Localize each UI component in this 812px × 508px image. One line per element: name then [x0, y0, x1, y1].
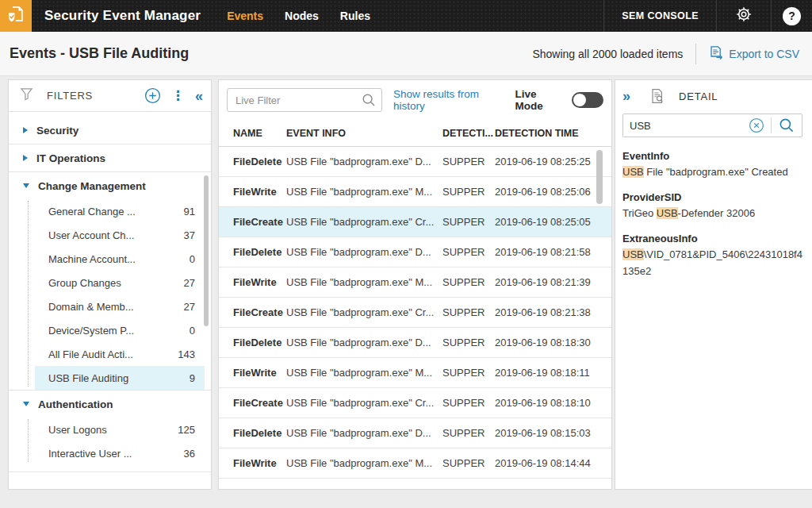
filter-item[interactable]: Domain & Memb... 27 — [35, 294, 205, 318]
cell-detection-time: 2019-06-19 08:25:05 — [495, 216, 611, 228]
filter-item[interactable]: USB File Auditing 9 — [35, 366, 205, 390]
filters-scrollbar[interactable] — [204, 175, 209, 326]
cell-detection-time: 2019-06-19 08:18:30 — [495, 337, 611, 348]
column-header-name[interactable]: NAME — [233, 128, 286, 139]
filter-item[interactable]: All File Audit Acti... 143 — [35, 342, 205, 366]
cell-event-info: USB File "badprogram.exe" D... — [286, 427, 442, 439]
add-filter-button[interactable] — [144, 87, 161, 104]
filter-item[interactable]: General Change ... 91 — [35, 199, 205, 223]
clear-circle-icon — [749, 117, 764, 133]
table-row[interactable]: FileDelete USB File "badprogram.exe" D..… — [219, 237, 611, 267]
live-filter-input[interactable] — [227, 88, 382, 112]
help-icon: ? — [783, 7, 801, 25]
filter-group-header[interactable]: Change Management — [9, 172, 211, 199]
table-row[interactable]: FileCreate USB File "badprogram.exe" Cr.… — [219, 207, 611, 237]
sem-console-button[interactable]: SEM CONSOLE — [603, 0, 717, 32]
detail-field: EventInfo USB File "badprogram.exe" Crea… — [622, 150, 804, 180]
cell-detection-time: 2019-06-19 08:18:11 — [495, 367, 611, 379]
filter-group-header[interactable]: Security — [9, 117, 211, 144]
table-row[interactable]: FileCreate USB File "badprogram.exe" Cr.… — [219, 298, 611, 328]
search-highlight: USB — [622, 248, 644, 260]
value-text: TriGeo — [622, 207, 657, 219]
tree-divider — [9, 471, 211, 472]
value-text: File "badprogram.exe" Created — [644, 166, 788, 178]
expand-panel-icon[interactable]: » — [622, 89, 630, 103]
table-row[interactable]: FileWrite USB File "badprogram.exe" M...… — [219, 448, 611, 479]
filter-group-header[interactable]: Authentication — [9, 391, 211, 418]
nav-tab-nodes[interactable]: Nodes — [285, 10, 319, 22]
filter-item-count: 27 — [184, 301, 195, 313]
detail-search-button[interactable] — [772, 117, 802, 133]
column-header-detection-time[interactable]: DETECTION TIME — [495, 128, 611, 139]
detail-panel-header: » DETAIL — [615, 80, 812, 112]
filter-item[interactable]: Device/System P... 0 — [35, 318, 205, 342]
filter-item[interactable]: User Account Ch... 37 — [35, 223, 205, 247]
help-button[interactable]: ? — [772, 0, 812, 32]
table-row[interactable]: FileDelete USB File "badprogram.exe" D..… — [219, 418, 611, 448]
app-logo[interactable] — [0, 0, 32, 32]
detail-field-label: ExtraneousInfo — [622, 233, 804, 244]
live-mode-toggle[interactable] — [572, 92, 603, 108]
cell-detection-time: 2019-06-19 08:14:44 — [495, 457, 611, 469]
kebab-menu-icon[interactable]: ⋮ — [171, 89, 185, 102]
table-row[interactable]: FileWrite USB File "badprogram.exe" M...… — [219, 267, 611, 298]
cell-event-info: USB File "badprogram.exe" M... — [286, 457, 442, 469]
filter-item[interactable]: User Logons 125 — [35, 418, 205, 441]
table-row[interactable]: FileWrite USB File "badprogram.exe" M...… — [219, 358, 611, 388]
nav-tab-rules[interactable]: Rules — [340, 10, 370, 22]
column-header-event-info[interactable]: EVENT INFO — [286, 128, 442, 139]
detail-field: ExtraneousInfo USB\VID_0781&PID_5406\224… — [622, 233, 804, 279]
settings-button[interactable] — [717, 0, 772, 32]
filter-item-count: 143 — [178, 348, 195, 360]
collapse-panel-icon[interactable]: « — [195, 89, 203, 103]
table-row[interactable]: FileCreate USB File "badprogram.exe" Cr.… — [219, 388, 611, 418]
detail-fields: EventInfo USB File "badprogram.exe" Crea… — [615, 137, 812, 279]
cell-detection-time: 2019-06-19 08:15:03 — [495, 427, 611, 439]
table-row[interactable]: FileWrite USB File "badprogram.exe" M...… — [219, 177, 611, 207]
cell-name: FileCreate — [233, 397, 286, 409]
show-history-link[interactable]: Show results from history — [393, 88, 505, 112]
filters-panel-header: FILTERS ⋮ « — [9, 80, 211, 112]
clear-search-button[interactable] — [742, 117, 772, 133]
filter-item-label: User Logons — [48, 424, 107, 436]
filters-panel: FILTERS ⋮ « Security — [8, 79, 212, 490]
filter-item[interactable]: Machine Account... 0 — [35, 247, 205, 271]
filter-group: Authentication User Logons 125 Interacti… — [9, 390, 211, 465]
events-panel: Show results from history Live Mode NAME… — [218, 79, 612, 490]
app-root: Security Event Manager Events Nodes Rule… — [0, 0, 812, 508]
filter-group-items: General Change ... 91 User Account Ch...… — [9, 199, 211, 390]
filter-item[interactable]: Interactive User ... 36 — [35, 441, 205, 465]
cell-detection-ip: SUPPER — [442, 457, 495, 469]
table-row[interactable]: FileDelete USB File "badprogram.exe" D..… — [219, 328, 611, 358]
export-to-csv-button[interactable]: Export to CSV — [709, 45, 799, 62]
cell-event-info: USB File "badprogram.exe" M... — [286, 186, 442, 198]
cell-event-info: USB File "badprogram.exe" D... — [286, 337, 442, 348]
filter-item-count: 37 — [184, 229, 195, 241]
filter-item-label: User Account Ch... — [48, 229, 134, 241]
cell-event-info: USB File "badprogram.exe" M... — [286, 367, 442, 379]
cell-event-info: USB File "badprogram.exe" D... — [286, 246, 442, 258]
nav-tab-events[interactable]: Events — [227, 10, 263, 22]
cell-event-info: USB File "badprogram.exe" Cr... — [286, 306, 442, 318]
cell-event-info: USB File "badprogram.exe" M... — [286, 276, 442, 288]
live-mode-label: Live Mode — [515, 88, 564, 112]
cell-detection-time: 2019-06-19 08:21:38 — [495, 306, 611, 318]
value-text: \VID_0781&PID_5406\22431018f4135e2 — [622, 248, 802, 277]
filter-group-header[interactable]: IT Operations — [9, 144, 211, 171]
page-header: Events - USB File Auditing Showing all 2… — [0, 32, 812, 76]
table-row[interactable]: FileDelete USB File "badprogram.exe" D..… — [219, 147, 611, 177]
cell-detection-ip: SUPPER — [442, 156, 495, 167]
header-divider — [695, 44, 696, 64]
detail-search-input[interactable] — [623, 114, 742, 137]
filter-item-label: Interactive User ... — [48, 448, 132, 460]
filter-item[interactable]: Group Changes 27 — [35, 271, 205, 294]
filters-panel-title: FILTERS — [47, 90, 93, 102]
cell-detection-time: 2019-06-19 08:25:06 — [495, 186, 611, 198]
cell-detection-ip: SUPPER — [442, 186, 495, 198]
events-scrollbar[interactable] — [596, 150, 603, 204]
column-header-detection-ip[interactable]: DETECTI... — [442, 128, 495, 139]
toggle-knob — [573, 94, 586, 106]
filter-item-count: 0 — [190, 325, 195, 337]
cell-event-info: USB File "badprogram.exe" Cr... — [286, 397, 442, 409]
detail-panel-title: DETAIL — [679, 90, 718, 102]
